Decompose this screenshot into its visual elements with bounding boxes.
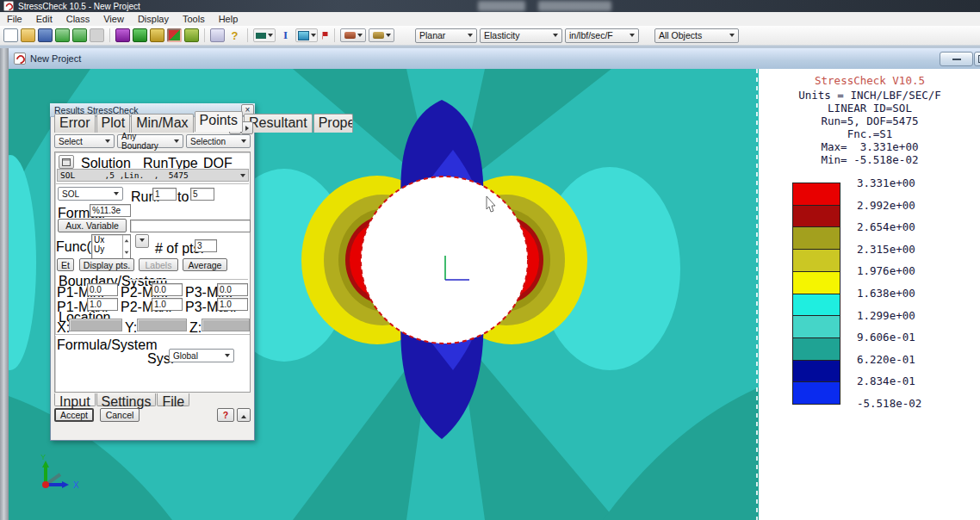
selection-combobox[interactable]: Selection (186, 134, 251, 148)
menu-file[interactable]: File (0, 12, 29, 26)
results-line: Fnc.=S1 (761, 127, 978, 140)
accept-button[interactable]: Accept (54, 408, 94, 422)
maximize-button[interactable] (974, 52, 980, 66)
display-settings-icon[interactable] (167, 28, 182, 42)
p1min-field[interactable] (87, 283, 118, 296)
aux-variable-button[interactable]: Aux. Variable (58, 219, 127, 232)
checks-icon[interactable] (184, 28, 199, 42)
results-line: Run=5, DOF=5475 (761, 115, 978, 127)
funcs-listbox[interactable]: Ux Uy (91, 234, 131, 259)
tab-error[interactable]: Error (54, 114, 96, 133)
menu-help[interactable]: Help (212, 12, 245, 26)
to-label: to (177, 189, 189, 205)
dialog-bottom-tabs: Input Settings File (54, 393, 190, 406)
legend-value: 6.220e-01 (857, 353, 960, 365)
labels-button[interactable]: Labels (139, 258, 178, 271)
caret-down-icon (729, 34, 735, 40)
dialog-help-icon[interactable]: ? (217, 408, 234, 422)
collapse-dialog-icon[interactable] (237, 408, 251, 422)
help-icon[interactable]: ? (227, 28, 242, 42)
p2min-field[interactable] (152, 283, 183, 296)
tab-points[interactable]: Points (195, 111, 243, 132)
new-document-icon[interactable] (3, 28, 18, 42)
project-window-titlebar[interactable]: New Project (9, 48, 980, 70)
legend-value: 2.992e+00 (857, 199, 960, 211)
menu-class[interactable]: Class (59, 12, 97, 26)
cancel-button[interactable]: Cancel (100, 408, 140, 422)
scroll-down-icon[interactable] (125, 251, 129, 257)
menu-tools[interactable]: Tools (176, 12, 212, 26)
tab-properties[interactable]: Proper (313, 114, 353, 133)
tab-resultant[interactable]: Resultant (244, 114, 313, 133)
model-hole[interactable] (361, 176, 528, 344)
objects-combobox[interactable]: All Objects (654, 28, 739, 43)
tab-plot[interactable]: Plot (96, 114, 131, 133)
mesh-icon[interactable] (133, 28, 147, 42)
application-window: StressCheck 10.5 - New Project File Edit… (0, 0, 980, 520)
geometry-icon[interactable] (115, 28, 130, 42)
flag-shape (322, 32, 328, 40)
run-to-field[interactable] (190, 188, 214, 201)
selection-mode-dropdown[interactable] (340, 28, 366, 42)
average-button[interactable]: Average (183, 258, 227, 271)
edge-select-dropdown[interactable] (253, 28, 276, 42)
sys-combobox[interactable]: Global (169, 349, 234, 362)
menu-edit[interactable]: Edit (29, 12, 59, 26)
handbook-icon[interactable] (210, 28, 225, 42)
format-field[interactable] (90, 204, 131, 217)
run-from-field[interactable] (152, 188, 177, 201)
tab-minmax[interactable]: Min/Max (131, 114, 193, 133)
menu-view[interactable]: View (96, 12, 131, 26)
tab-scroll-right-icon[interactable] (241, 121, 253, 134)
legend-value: 2.834e-01 (857, 375, 960, 387)
formula-title: Formula/System (57, 337, 157, 353)
et-button[interactable]: Et (57, 258, 74, 271)
results-line: LINEAR ID=SOL (761, 102, 978, 115)
funcs-dropdown-icon[interactable] (135, 234, 149, 248)
scroll-up-icon[interactable] (125, 238, 129, 243)
minimize-button[interactable] (940, 52, 973, 66)
pick-mode-dropdown[interactable] (369, 28, 394, 42)
p3max-field[interactable] (217, 298, 248, 311)
tab-file[interactable]: File (157, 393, 189, 406)
p2max-field[interactable] (152, 298, 183, 311)
export-icon[interactable] (72, 28, 87, 42)
print-icon (90, 28, 104, 42)
select-combobox[interactable]: Select (54, 134, 115, 148)
boundary-combobox[interactable]: Any Boundary (117, 134, 183, 148)
reference-combobox[interactable]: Planar (415, 28, 477, 43)
triad-y-label: Y (40, 453, 46, 461)
pts-field[interactable] (195, 239, 217, 252)
p1max-field[interactable] (87, 298, 118, 311)
solution-row[interactable]: SOL ,5 ,Lin. , 5475 (57, 169, 249, 182)
legend-value: 9.606e-01 (857, 331, 960, 343)
save-icon[interactable] (38, 28, 53, 42)
materials-icon[interactable] (150, 28, 164, 42)
grid-icon[interactable] (59, 155, 74, 169)
tab-settings[interactable]: Settings (96, 393, 157, 406)
caret-down-icon (468, 34, 473, 40)
sol-combobox[interactable]: SOL (58, 187, 123, 201)
layers-dropdown[interactable] (295, 28, 318, 42)
units-value: in/lbf/sec/F (569, 30, 613, 40)
legend-value: -5.518e-02 (857, 397, 960, 409)
toolbar: ? I Planar Elasticity in/lbf/sec/F All O… (0, 26, 980, 46)
units-combobox[interactable]: in/lbf/sec/F (565, 28, 639, 43)
ibeam-icon[interactable]: I (278, 28, 293, 42)
open-project-icon[interactable] (21, 28, 35, 42)
menu-display[interactable]: Display (131, 12, 176, 26)
theory-combobox[interactable]: Elasticity (480, 28, 562, 43)
aux-variable-field[interactable] (130, 220, 251, 232)
flag-icon[interactable] (320, 28, 329, 42)
import-icon[interactable] (55, 28, 70, 42)
p3min-field[interactable] (217, 283, 248, 296)
caret-down-icon (357, 34, 363, 40)
legend-band (793, 250, 840, 272)
caret-down-icon (105, 139, 110, 145)
select-value: Select (59, 137, 83, 146)
selection-mode-icon (344, 32, 356, 39)
display-pts-button[interactable]: Display pts. (79, 258, 134, 271)
tab-input[interactable]: Input (54, 393, 96, 406)
results-line: Units = INCH/LBF/SEC/F (761, 89, 978, 102)
funcs-scrollbar[interactable] (122, 235, 130, 258)
